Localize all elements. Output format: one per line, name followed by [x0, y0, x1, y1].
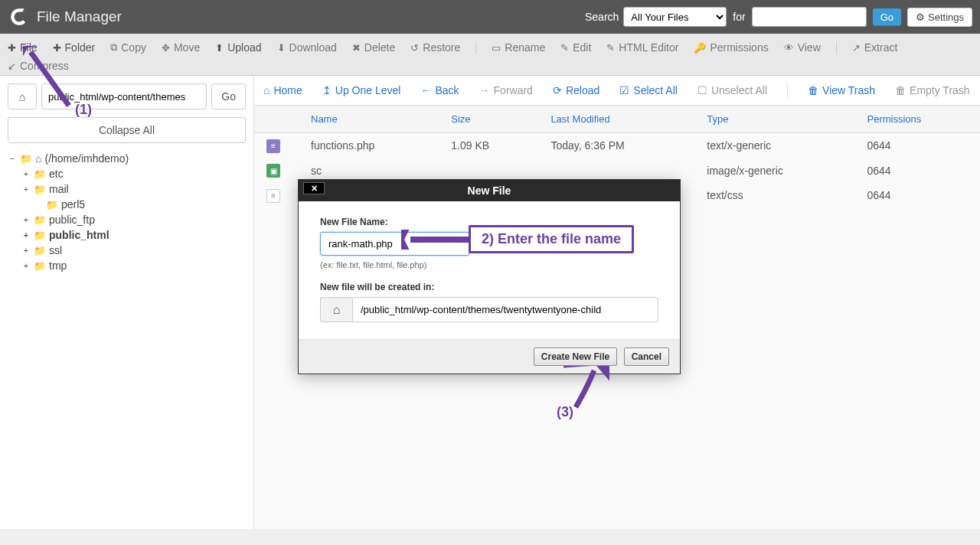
app-title: File Manager [37, 8, 122, 25]
home-icon: ⌂ [263, 84, 270, 96]
toolbar-upload[interactable]: ⬆Upload [215, 40, 261, 55]
plus-icon: ✚ [53, 42, 61, 54]
toolbar-copy[interactable]: ⧉Copy [110, 40, 146, 55]
action-empty-trash[interactable]: 🗑Empty Trash [895, 84, 970, 96]
tree-node-public-ftp[interactable]: +📁public_ftp [8, 212, 246, 227]
tree-node-mail[interactable]: +📁mail [8, 181, 246, 197]
tree-node-tmp[interactable]: +📁tmp [8, 258, 246, 273]
search-label: Search [585, 11, 619, 23]
expand-icon: + [21, 169, 31, 178]
toolbar-folder[interactable]: ✚Folder [53, 40, 96, 55]
expand-icon: + [21, 246, 31, 255]
reload-icon: ⟳ [553, 84, 562, 96]
toolbar-compress[interactable]: ↙Compress [8, 58, 69, 73]
separator [475, 41, 476, 54]
create-new-file-button[interactable]: Create New File [534, 348, 617, 366]
modal-body: New File Name: (ex: file.txt, file.html,… [299, 201, 680, 339]
path-bar: ⌂ Go [8, 83, 246, 109]
action-forward[interactable]: →Forward [479, 84, 533, 96]
folder-icon: 📁 [46, 199, 58, 210]
home-icon: ⌂ [18, 90, 25, 103]
tree-node-ssl[interactable]: +📁ssl [8, 243, 246, 258]
toolbar-rename[interactable]: ▭Rename [492, 40, 545, 55]
toolbar-move[interactable]: ✥Move [162, 40, 200, 55]
rename-icon: ▭ [492, 42, 501, 54]
tree-node-perl5[interactable]: 📁perl5 [8, 197, 246, 212]
check-icon: ☑ [619, 84, 629, 96]
action-up-one-level[interactable]: ↥Up One Level [322, 84, 401, 96]
toolbar-edit[interactable]: ✎Edit [560, 40, 591, 55]
sidebar: ⌂ Go Collapse All −📁⌂(/home/imhdemo) +📁e… [0, 76, 254, 529]
home-icon: ⌂ [35, 152, 41, 165]
cancel-button[interactable]: Cancel [624, 348, 669, 366]
move-icon: ✥ [162, 42, 170, 54]
file-name-hint: (ex: file.txt, file.html, file.php) [320, 260, 658, 269]
column-size[interactable]: Size [439, 106, 538, 133]
main-toolbar: ✚File ✚Folder ⧉Copy ✥Move ⬆Upload ⬇Downl… [0, 34, 980, 76]
back-icon: ← [420, 84, 431, 96]
toolbar-delete[interactable]: ✖Delete [352, 40, 395, 55]
folder-icon: 📁 [34, 184, 46, 195]
upload-icon: ⬆ [215, 42, 224, 54]
separator [836, 41, 837, 54]
expand-icon: + [21, 184, 31, 194]
download-icon: ⬇ [277, 42, 286, 54]
table-row[interactable]: ≡ functions.php 1.09 KB Today, 6:36 PM t… [254, 133, 980, 158]
extract-icon: ↗ [852, 42, 861, 54]
column-modified[interactable]: Last Modified [538, 106, 694, 133]
path-home-button[interactable]: ⌂ [320, 297, 352, 322]
cpanel-logo-icon [8, 6, 29, 28]
toolbar-permissions[interactable]: 🔑Permissions [694, 40, 768, 55]
trash-icon: 🗑 [808, 84, 818, 96]
home-button[interactable]: ⌂ [8, 83, 37, 109]
up-icon: ↥ [322, 84, 332, 96]
toolbar-extract[interactable]: ↗Extract [852, 40, 898, 55]
file-css-icon: ≡ [266, 189, 280, 203]
action-select-all[interactable]: ☑Select All [619, 84, 678, 96]
search-scope-select[interactable]: All Your Files [623, 7, 727, 27]
path-input[interactable] [41, 83, 207, 109]
new-file-name-input[interactable] [320, 232, 469, 256]
compress-icon: ↙ [8, 60, 16, 72]
trash-icon: 🗑 [895, 84, 906, 96]
action-home[interactable]: ⌂Home [263, 84, 302, 96]
file-code-icon: ≡ [266, 139, 280, 153]
forward-icon: → [479, 84, 490, 96]
modal-footer: Create New File Cancel [299, 339, 680, 374]
folder-icon: 📁 [34, 260, 46, 272]
action-view-trash[interactable]: 🗑View Trash [808, 84, 875, 96]
eye-icon: 👁 [784, 42, 794, 54]
close-icon: ✕ [311, 184, 318, 194]
search-go-button[interactable]: Go [873, 8, 901, 26]
action-reload[interactable]: ⟳Reload [553, 84, 599, 96]
tree-node-etc[interactable]: +📁etc [8, 166, 246, 181]
app-header: File Manager Search All Your Files for G… [0, 0, 980, 34]
expand-icon: + [21, 215, 31, 224]
separator [787, 83, 788, 97]
column-permissions[interactable]: Permissions [855, 106, 980, 133]
settings-button[interactable]: ⚙Settings [907, 8, 972, 27]
new-file-path-input[interactable] [352, 297, 658, 322]
action-back[interactable]: ←Back [420, 84, 459, 96]
column-type[interactable]: Type [694, 106, 854, 133]
path-go-button[interactable]: Go [211, 83, 246, 109]
toolbar-download[interactable]: ⬇Download [277, 40, 337, 55]
toolbar-restore[interactable]: ↺Restore [410, 40, 460, 55]
tree-node-public-html[interactable]: +📁public_html [8, 227, 246, 243]
html-icon: ✎ [606, 42, 615, 54]
folder-icon: 📁 [34, 230, 46, 241]
collapse-all-button[interactable]: Collapse All [8, 117, 246, 143]
folder-icon: 📁 [20, 153, 32, 165]
modal-title: New File [468, 184, 511, 197]
modal-close-button[interactable]: ✕ [303, 182, 325, 194]
column-name[interactable]: Name [299, 106, 439, 133]
action-unselect-all[interactable]: ☐Unselect All [697, 84, 767, 96]
toolbar-view[interactable]: 👁View [784, 40, 821, 55]
folder-icon: 📁 [34, 214, 46, 226]
tree-root[interactable]: −📁⌂(/home/imhdemo) [8, 151, 246, 166]
new-file-modal: ✕ New File New File Name: (ex: file.txt,… [298, 179, 681, 374]
folder-icon: 📁 [34, 245, 46, 256]
search-input[interactable] [752, 7, 867, 27]
toolbar-file[interactable]: ✚File [8, 40, 38, 55]
toolbar-html-editor[interactable]: ✎HTML Editor [606, 40, 678, 55]
